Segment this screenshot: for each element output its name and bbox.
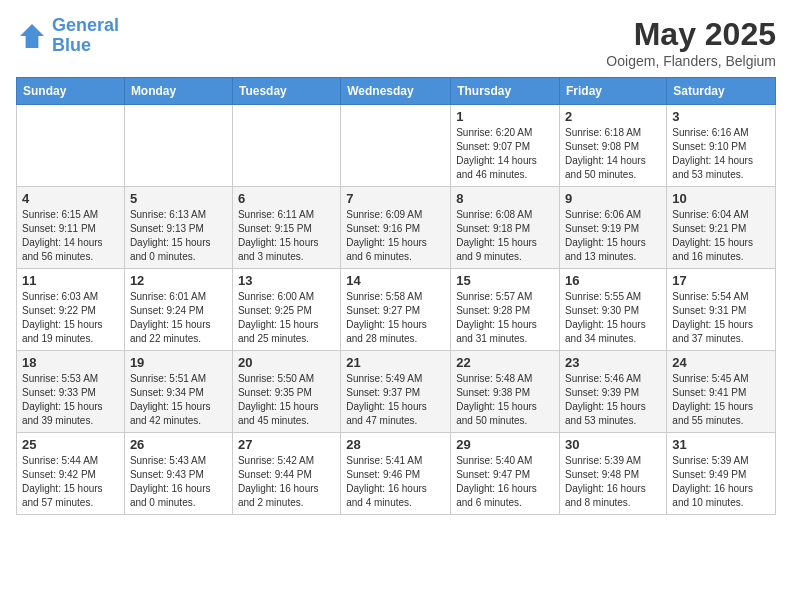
calendar-cell <box>232 105 340 187</box>
page-header: General Blue May 2025 Ooigem, Flanders, … <box>16 16 776 69</box>
day-info: Sunrise: 5:54 AM Sunset: 9:31 PM Dayligh… <box>672 290 770 346</box>
calendar-cell: 2Sunrise: 6:18 AM Sunset: 9:08 PM Daylig… <box>560 105 667 187</box>
day-number: 15 <box>456 273 554 288</box>
day-info: Sunrise: 5:46 AM Sunset: 9:39 PM Dayligh… <box>565 372 661 428</box>
day-number: 28 <box>346 437 445 452</box>
location: Ooigem, Flanders, Belgium <box>606 53 776 69</box>
day-number: 5 <box>130 191 227 206</box>
day-info: Sunrise: 5:57 AM Sunset: 9:28 PM Dayligh… <box>456 290 554 346</box>
calendar-cell: 7Sunrise: 6:09 AM Sunset: 9:16 PM Daylig… <box>341 187 451 269</box>
calendar-cell: 9Sunrise: 6:06 AM Sunset: 9:19 PM Daylig… <box>560 187 667 269</box>
calendar-week-2: 4Sunrise: 6:15 AM Sunset: 9:11 PM Daylig… <box>17 187 776 269</box>
calendar-cell: 20Sunrise: 5:50 AM Sunset: 9:35 PM Dayli… <box>232 351 340 433</box>
day-number: 21 <box>346 355 445 370</box>
day-info: Sunrise: 5:58 AM Sunset: 9:27 PM Dayligh… <box>346 290 445 346</box>
day-number: 20 <box>238 355 335 370</box>
day-number: 14 <box>346 273 445 288</box>
calendar-cell: 14Sunrise: 5:58 AM Sunset: 9:27 PM Dayli… <box>341 269 451 351</box>
day-number: 17 <box>672 273 770 288</box>
weekday-header-tuesday: Tuesday <box>232 78 340 105</box>
calendar-cell: 26Sunrise: 5:43 AM Sunset: 9:43 PM Dayli… <box>124 433 232 515</box>
calendar-cell: 11Sunrise: 6:03 AM Sunset: 9:22 PM Dayli… <box>17 269 125 351</box>
title-block: May 2025 Ooigem, Flanders, Belgium <box>606 16 776 69</box>
day-info: Sunrise: 5:55 AM Sunset: 9:30 PM Dayligh… <box>565 290 661 346</box>
day-number: 10 <box>672 191 770 206</box>
logo: General Blue <box>16 16 119 56</box>
day-info: Sunrise: 5:44 AM Sunset: 9:42 PM Dayligh… <box>22 454 119 510</box>
calendar-cell: 3Sunrise: 6:16 AM Sunset: 9:10 PM Daylig… <box>667 105 776 187</box>
weekday-header-monday: Monday <box>124 78 232 105</box>
day-info: Sunrise: 6:06 AM Sunset: 9:19 PM Dayligh… <box>565 208 661 264</box>
logo-line1: General <box>52 15 119 35</box>
logo-icon <box>16 20 48 52</box>
day-info: Sunrise: 6:11 AM Sunset: 9:15 PM Dayligh… <box>238 208 335 264</box>
day-info: Sunrise: 5:39 AM Sunset: 9:48 PM Dayligh… <box>565 454 661 510</box>
day-info: Sunrise: 5:43 AM Sunset: 9:43 PM Dayligh… <box>130 454 227 510</box>
calendar-cell: 12Sunrise: 6:01 AM Sunset: 9:24 PM Dayli… <box>124 269 232 351</box>
day-number: 31 <box>672 437 770 452</box>
calendar-cell: 13Sunrise: 6:00 AM Sunset: 9:25 PM Dayli… <box>232 269 340 351</box>
day-number: 23 <box>565 355 661 370</box>
calendar-cell: 29Sunrise: 5:40 AM Sunset: 9:47 PM Dayli… <box>451 433 560 515</box>
day-info: Sunrise: 5:50 AM Sunset: 9:35 PM Dayligh… <box>238 372 335 428</box>
day-number: 26 <box>130 437 227 452</box>
weekday-header-wednesday: Wednesday <box>341 78 451 105</box>
weekday-header-sunday: Sunday <box>17 78 125 105</box>
calendar-cell: 31Sunrise: 5:39 AM Sunset: 9:49 PM Dayli… <box>667 433 776 515</box>
day-number: 6 <box>238 191 335 206</box>
day-info: Sunrise: 5:48 AM Sunset: 9:38 PM Dayligh… <box>456 372 554 428</box>
day-number: 25 <box>22 437 119 452</box>
day-number: 9 <box>565 191 661 206</box>
calendar-cell: 15Sunrise: 5:57 AM Sunset: 9:28 PM Dayli… <box>451 269 560 351</box>
day-info: Sunrise: 6:03 AM Sunset: 9:22 PM Dayligh… <box>22 290 119 346</box>
calendar-cell: 30Sunrise: 5:39 AM Sunset: 9:48 PM Dayli… <box>560 433 667 515</box>
day-info: Sunrise: 5:51 AM Sunset: 9:34 PM Dayligh… <box>130 372 227 428</box>
day-number: 7 <box>346 191 445 206</box>
day-info: Sunrise: 5:41 AM Sunset: 9:46 PM Dayligh… <box>346 454 445 510</box>
day-info: Sunrise: 6:01 AM Sunset: 9:24 PM Dayligh… <box>130 290 227 346</box>
logo-line2: Blue <box>52 35 91 55</box>
calendar-cell: 6Sunrise: 6:11 AM Sunset: 9:15 PM Daylig… <box>232 187 340 269</box>
day-info: Sunrise: 6:09 AM Sunset: 9:16 PM Dayligh… <box>346 208 445 264</box>
day-info: Sunrise: 6:00 AM Sunset: 9:25 PM Dayligh… <box>238 290 335 346</box>
day-number: 3 <box>672 109 770 124</box>
calendar-cell: 23Sunrise: 5:46 AM Sunset: 9:39 PM Dayli… <box>560 351 667 433</box>
calendar-cell: 17Sunrise: 5:54 AM Sunset: 9:31 PM Dayli… <box>667 269 776 351</box>
day-number: 11 <box>22 273 119 288</box>
svg-marker-0 <box>20 24 44 48</box>
calendar-cell: 27Sunrise: 5:42 AM Sunset: 9:44 PM Dayli… <box>232 433 340 515</box>
day-info: Sunrise: 5:39 AM Sunset: 9:49 PM Dayligh… <box>672 454 770 510</box>
calendar-week-1: 1Sunrise: 6:20 AM Sunset: 9:07 PM Daylig… <box>17 105 776 187</box>
logo-text: General Blue <box>52 16 119 56</box>
day-number: 29 <box>456 437 554 452</box>
calendar-cell <box>124 105 232 187</box>
calendar-cell: 10Sunrise: 6:04 AM Sunset: 9:21 PM Dayli… <box>667 187 776 269</box>
day-info: Sunrise: 5:53 AM Sunset: 9:33 PM Dayligh… <box>22 372 119 428</box>
weekday-header-row: SundayMondayTuesdayWednesdayThursdayFrid… <box>17 78 776 105</box>
day-number: 30 <box>565 437 661 452</box>
day-info: Sunrise: 6:16 AM Sunset: 9:10 PM Dayligh… <box>672 126 770 182</box>
weekday-header-friday: Friday <box>560 78 667 105</box>
day-info: Sunrise: 5:45 AM Sunset: 9:41 PM Dayligh… <box>672 372 770 428</box>
day-number: 16 <box>565 273 661 288</box>
day-number: 12 <box>130 273 227 288</box>
day-number: 18 <box>22 355 119 370</box>
day-number: 4 <box>22 191 119 206</box>
calendar-cell <box>17 105 125 187</box>
calendar-cell: 16Sunrise: 5:55 AM Sunset: 9:30 PM Dayli… <box>560 269 667 351</box>
calendar-week-5: 25Sunrise: 5:44 AM Sunset: 9:42 PM Dayli… <box>17 433 776 515</box>
day-info: Sunrise: 6:13 AM Sunset: 9:13 PM Dayligh… <box>130 208 227 264</box>
calendar-cell: 22Sunrise: 5:48 AM Sunset: 9:38 PM Dayli… <box>451 351 560 433</box>
calendar-cell: 4Sunrise: 6:15 AM Sunset: 9:11 PM Daylig… <box>17 187 125 269</box>
calendar-cell <box>341 105 451 187</box>
calendar-week-3: 11Sunrise: 6:03 AM Sunset: 9:22 PM Dayli… <box>17 269 776 351</box>
day-number: 27 <box>238 437 335 452</box>
calendar-cell: 25Sunrise: 5:44 AM Sunset: 9:42 PM Dayli… <box>17 433 125 515</box>
day-number: 2 <box>565 109 661 124</box>
day-number: 24 <box>672 355 770 370</box>
day-number: 13 <box>238 273 335 288</box>
calendar-cell: 24Sunrise: 5:45 AM Sunset: 9:41 PM Dayli… <box>667 351 776 433</box>
calendar-cell: 19Sunrise: 5:51 AM Sunset: 9:34 PM Dayli… <box>124 351 232 433</box>
calendar-cell: 1Sunrise: 6:20 AM Sunset: 9:07 PM Daylig… <box>451 105 560 187</box>
calendar-week-4: 18Sunrise: 5:53 AM Sunset: 9:33 PM Dayli… <box>17 351 776 433</box>
